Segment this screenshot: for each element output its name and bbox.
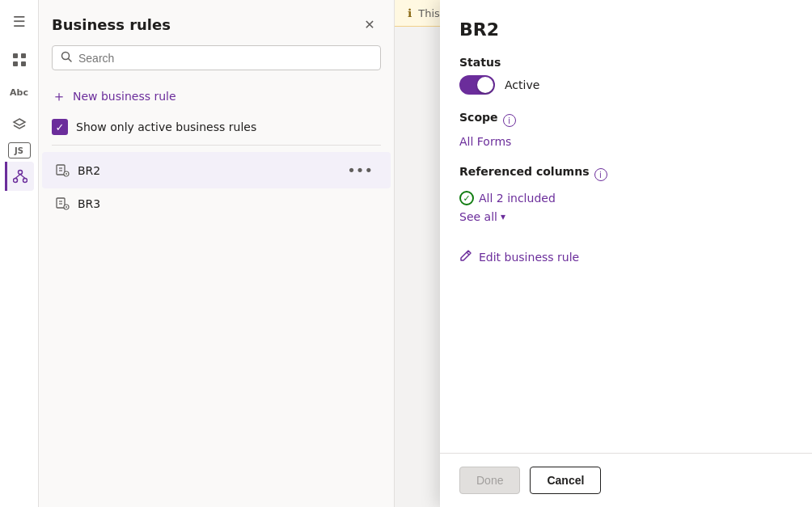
panel-header: Business rules ✕ [39,0,394,45]
rule-item-br3[interactable]: BR3 [42,188,391,219]
detail-rule-title: BR2 [459,19,793,40]
ref-columns-label-row: Referenced columns i [459,165,793,184]
scope-value[interactable]: All Forms [459,135,511,148]
rule-name-br2: BR2 [78,164,100,177]
search-input[interactable] [78,52,372,65]
rule-icon-br2 [55,163,70,178]
ref-columns-label: Referenced columns [459,165,590,178]
rule-icon-br3 [55,196,70,211]
status-value: Active [505,78,539,91]
rule-more-button-br2[interactable]: ••• [342,160,378,180]
grid-icon[interactable] [5,45,34,74]
text-abc-icon[interactable]: Abc [5,78,34,107]
search-icon [61,51,72,65]
svg-line-10 [69,59,72,62]
search-box [52,45,381,70]
status-label: Status [459,56,793,69]
svg-point-4 [19,171,23,175]
see-all-row[interactable]: See all ▾ [459,210,793,223]
ref-columns-info-icon[interactable]: i [594,168,607,181]
chevron-down-icon: ▾ [501,211,505,222]
svg-rect-0 [13,53,18,58]
scope-info-icon[interactable]: i [503,114,516,127]
edit-pencil-icon [459,249,472,265]
check-circle-icon: ✓ [459,191,474,205]
panel-title: Business rules [52,16,171,33]
edit-rule-text: Edit business rule [479,251,579,264]
checkbox-icon: ✓ [52,119,68,135]
status-toggle[interactable] [459,75,495,95]
scope-label-row: Scope i [459,111,793,130]
scope-section: Scope i All Forms [459,111,793,149]
main-content: ℹ This environment is associated with [P… [395,0,812,507]
svg-rect-3 [21,61,26,66]
svg-rect-2 [13,61,18,66]
status-section: Status Active [459,56,793,95]
edit-business-rule-button[interactable]: Edit business rule [459,239,793,275]
new-rule-label: New business rule [73,90,176,103]
scope-label: Scope [459,111,498,124]
detail-content: BR2 Status Active Scope i All Forms [440,0,812,453]
toggle-row: Active [459,75,793,95]
see-all-text: See all [459,210,497,223]
layers-icon[interactable] [5,110,34,139]
business-rules-panel: Business rules ✕ ＋ New business rule ✓ S… [39,0,395,507]
svg-line-8 [20,175,25,179]
hamburger-icon[interactable]: ☰ [5,6,34,36]
toggle-knob [477,77,493,93]
new-business-rule-button[interactable]: ＋ New business rule [39,80,394,112]
svg-point-6 [23,179,27,183]
filter-active-rules-checkbox[interactable]: ✓ Show only active business rules [39,112,394,145]
icon-sidebar: ☰ Abc JS [0,0,39,507]
svg-point-5 [14,179,18,183]
banner-info-icon: ℹ [408,6,412,19]
plus-icon: ＋ [52,87,66,106]
svg-line-23 [467,252,469,255]
filter-label: Show only active business rules [76,120,256,133]
rule-name-br3: BR3 [78,197,100,210]
ref-columns-value-row: ✓ All 2 included [459,191,793,205]
done-button: Done [459,467,520,494]
svg-rect-1 [21,53,26,58]
svg-line-7 [15,175,20,179]
close-button[interactable]: ✕ [358,13,381,36]
rule-item-br2[interactable]: BR2 ••• [42,152,391,188]
rules-list: BR2 ••• BR3 [39,146,394,226]
ref-columns-text[interactable]: All 2 included [479,192,556,205]
search-container [52,45,381,70]
js-icon[interactable]: JS [8,142,31,158]
cancel-button[interactable]: Cancel [530,467,601,494]
detail-panel: BR2 Status Active Scope i All Forms [440,0,812,507]
diagram-icon[interactable] [5,162,34,191]
referenced-columns-section: Referenced columns i ✓ All 2 included Se… [459,165,793,223]
detail-footer: Done Cancel [440,453,812,507]
